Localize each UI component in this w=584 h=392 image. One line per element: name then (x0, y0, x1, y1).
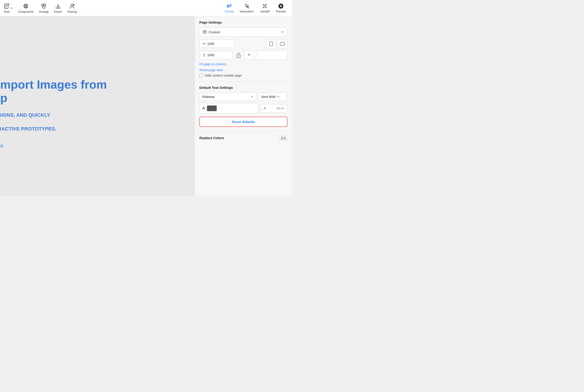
font-family-dropdown[interactable]: Raleway (199, 93, 256, 101)
font-weight-chevron (277, 96, 280, 98)
format-label: Format (225, 10, 233, 13)
font-family-chevron (251, 96, 253, 98)
replace-colors-add-button[interactable]: [+] (279, 135, 287, 140)
handoff-icon (262, 3, 268, 9)
replace-colors-section: Replace Colors [+] (195, 131, 292, 144)
note-icon (4, 3, 10, 9)
font-row: Raleway Semi Bold (199, 93, 287, 101)
reset-view-link[interactable]: Reset page view (199, 68, 287, 72)
preset-dropdown-left: Custom (203, 30, 220, 34)
export-label: Export (54, 10, 62, 13)
portrait-icon (269, 41, 273, 46)
svg-rect-16 (270, 42, 273, 46)
landscape-btn[interactable] (277, 39, 287, 48)
canvas[interactable]: o import Images from app E DESIGNS, AND … (0, 16, 195, 196)
preview-icon (278, 3, 284, 9)
preset-chevron-icon (281, 30, 284, 34)
svg-point-5 (71, 4, 73, 6)
width-input[interactable] (199, 40, 234, 48)
height-icon (202, 53, 206, 57)
format-icon (226, 3, 232, 9)
format-tab[interactable]: Format (222, 2, 236, 14)
sharing-button[interactable]: Sharing (67, 3, 76, 13)
width-field[interactable] (207, 42, 228, 46)
canvas-text-1: o import Images from (0, 78, 107, 92)
width-height-row (199, 39, 287, 48)
svg-point-19 (238, 56, 239, 57)
canvas-text-2: app (0, 91, 107, 105)
fit-page-link[interactable]: Fit page to content... (199, 62, 287, 66)
main-area: o import Images from app E DESIGNS, AND … (0, 16, 292, 196)
canvas-text-5: SIONS O (0, 144, 107, 149)
page-settings-section: Page Settings Custom (195, 16, 292, 82)
interactions-icon (244, 3, 250, 9)
width-icon (202, 42, 206, 46)
hide-content-checkbox[interactable] (199, 74, 203, 77)
canvas-text-4: INTERACTIVE PROTOTYPES. (0, 126, 107, 132)
height-field[interactable] (207, 53, 228, 57)
hide-content-row: Hide content outside page (199, 74, 287, 77)
arrange-label: Arrange (39, 10, 49, 13)
interactions-tab[interactable]: Interactions (237, 2, 256, 14)
arrange-button[interactable]: Arrange (39, 3, 49, 13)
preview-label: Preview (276, 10, 286, 13)
right-panel: Page Settings Custom (195, 16, 292, 196)
height-color-row (199, 50, 287, 60)
text-color-input[interactable]: A (199, 103, 258, 114)
text-color-swatch (207, 105, 217, 111)
arrange-icon (40, 3, 47, 9)
page-preset-dropdown[interactable]: Custom (199, 28, 287, 36)
toolbar: Note Components Arrange (0, 0, 292, 16)
preset-value: Custom (209, 30, 220, 34)
replace-colors-header: Replace Colors [+] (199, 135, 287, 140)
page-settings-header: Page Settings (199, 20, 287, 24)
svg-rect-13 (264, 5, 266, 7)
font-family-value: Raleway (202, 95, 214, 98)
note-label: Note (4, 10, 9, 13)
toolbar-left: Note Components Arrange (4, 3, 222, 13)
font-weight-dropdown[interactable]: Semi Bold (258, 93, 287, 101)
reset-defaults-button[interactable]: Reset defaults (199, 117, 287, 127)
svg-rect-17 (280, 42, 285, 45)
bg-color-field[interactable] (259, 54, 277, 57)
portrait-btn[interactable] (266, 39, 276, 48)
note-item[interactable]: Note (4, 3, 13, 13)
background-color-input[interactable] (244, 50, 287, 60)
replace-colors-label: Replace Colors (199, 136, 224, 140)
canvas-text-3: E DESIGNS, AND QUICKLY (0, 112, 107, 119)
height-input[interactable] (199, 51, 233, 59)
font-size-icon (263, 107, 266, 110)
hide-content-label: Hide content outside page (205, 74, 242, 77)
text-settings-section: Default Text Settings Raleway Semi Bold (195, 82, 292, 131)
lock-icon (236, 52, 241, 58)
export-icon (55, 3, 61, 9)
canvas-content: o import Images from app E DESIGNS, AND … (0, 78, 107, 149)
text-settings-header: Default Text Settings (199, 86, 287, 90)
interactions-label: Interactions (240, 10, 254, 13)
landscape-icon (280, 42, 285, 46)
text-color-a-label: A (202, 106, 205, 110)
note-dropdown-icon (10, 7, 13, 9)
page-preset-icon (203, 30, 207, 34)
toolbar-right: Format Interactions Handoff Preview (222, 2, 288, 14)
note-button[interactable]: Note (4, 3, 10, 13)
font-weight-value: Semi Bold (261, 95, 275, 98)
text-color-size-row: A PX PT (199, 103, 287, 114)
svg-rect-4 (42, 6, 45, 8)
font-size-input[interactable]: PX PT (260, 104, 287, 112)
components-label: Components (18, 10, 33, 13)
export-button[interactable]: Export (54, 3, 62, 13)
sharing-label: Sharing (67, 10, 76, 13)
lock-icon-container (236, 40, 244, 48)
sharing-icon (69, 3, 75, 9)
orientation-buttons (266, 39, 287, 48)
font-size-unit-select[interactable]: PX PT (276, 106, 285, 110)
aspect-lock[interactable] (235, 51, 242, 59)
handoff-tab[interactable]: Handoff (258, 2, 273, 14)
fill-icon (247, 53, 251, 57)
components-icon (23, 3, 29, 9)
preview-tab[interactable]: Preview (273, 2, 288, 14)
bg-color-swatch (253, 53, 257, 57)
components-button[interactable]: Components (18, 3, 33, 13)
handoff-label: Handoff (260, 10, 270, 13)
